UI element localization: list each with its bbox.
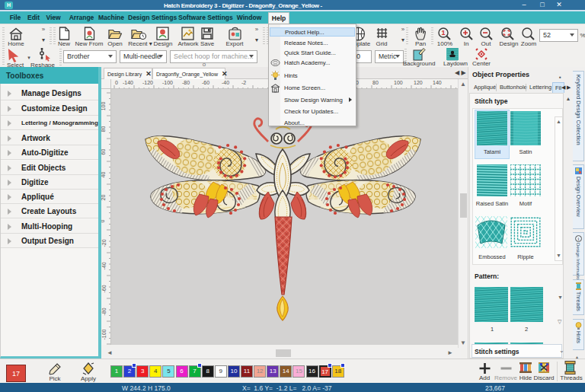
svg-text:i: i [578,236,580,242]
svg-text:1: 1 [441,29,445,37]
